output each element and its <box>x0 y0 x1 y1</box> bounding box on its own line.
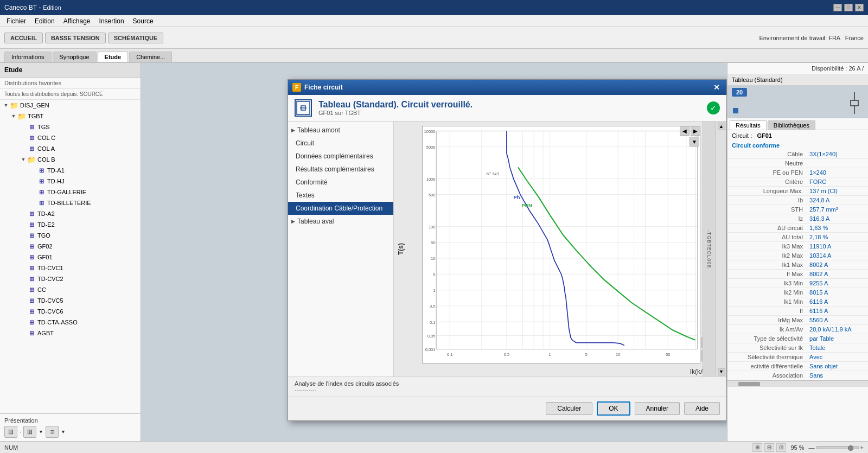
toolbar-accueil[interactable]: ACCUEIL <box>4 33 43 43</box>
modal-circuit-subtitle: GF01 sur TGBT <box>318 110 473 116</box>
result-label: Association <box>727 371 806 380</box>
svg-text:0,5: 0,5 <box>504 352 509 357</box>
nav-label-tableau-aval: Tableau aval <box>297 218 334 225</box>
tab-informations[interactable]: Informations <box>4 52 52 62</box>
menu-source[interactable]: Source <box>129 16 158 26</box>
nav-label-textes: Textes <box>296 192 315 199</box>
nav-circuit[interactable]: Circuit <box>288 137 393 150</box>
zoom-icon-3[interactable]: ⊡ <box>776 443 786 452</box>
minimize-button[interactable]: — <box>833 4 842 11</box>
right-tab-resultats[interactable]: Résultats <box>730 120 767 130</box>
tree-item-td-cvc6[interactable]: ⊞ TD-CVC6 <box>0 306 141 317</box>
toolbar-schematique[interactable]: SCHÉMATIQUE <box>108 33 163 43</box>
menu-insertion[interactable]: Insertion <box>95 16 129 26</box>
tree-expand-td-hj <box>29 178 37 184</box>
diagram-num: 20 <box>732 88 747 97</box>
toolbar-basse-tension[interactable]: BASSE TENSION <box>45 33 106 43</box>
nav-tableau-amont[interactable]: ▶ Tableau amont <box>288 124 393 137</box>
results-table: Câble3X(1×240)NeutrePE ou PEN1×240Critèr… <box>727 150 868 380</box>
ok-button[interactable]: OK <box>597 401 630 416</box>
nav-coordination[interactable]: Coordination Câble/Protection <box>288 202 393 215</box>
svg-text:50: 50 <box>666 352 670 357</box>
result-label: ectivité différentielle <box>727 362 806 371</box>
tree-item-td-gallerie[interactable]: ⊞ TD-GALLERIE <box>0 187 141 197</box>
breaker-icon-td-gallerie: ⊞ <box>37 188 46 196</box>
scroll-up-btn[interactable]: ▲ <box>718 123 725 130</box>
calculer-button[interactable]: Calculer <box>546 402 592 415</box>
tree-label-td-cvc1: TD-CVC1 <box>37 265 63 271</box>
presentation-icon-3[interactable]: ≡ <box>46 426 59 438</box>
tab-synoptique[interactable]: Synoptique <box>53 52 97 62</box>
chart-nav-right[interactable]: ▶ <box>691 126 700 136</box>
result-row: Ik1 Min6116 A <box>727 297 868 307</box>
result-row: Ik3 Min9255 A <box>727 279 868 288</box>
folder-icon-col-b: 📁 <box>27 155 36 164</box>
chart-nav-down[interactable]: ▼ <box>690 137 699 146</box>
breaker-icon-td-a1: ⊞ <box>37 166 46 175</box>
result-label: IrMg Max <box>727 316 806 325</box>
h-scrollbar[interactable] <box>727 380 868 387</box>
tree-expand-col-b: ▼ <box>20 157 27 162</box>
tree-item-td-a1[interactable]: ⊞ TD-A1 <box>0 165 141 176</box>
nav-tableau-aval[interactable]: ▶ Tableau aval <box>288 215 393 228</box>
presentation-icon-1[interactable]: ⊟ <box>4 426 17 438</box>
title-bar: Caneco BT - Edition — □ ✕ <box>0 0 868 15</box>
tree-item-tgbt[interactable]: ▼ 📁 TGBT <box>0 111 141 122</box>
close-button[interactable]: ✕ <box>855 4 864 11</box>
annuler-button[interactable]: Annuler <box>635 402 680 415</box>
tree-item-cc[interactable]: ⊞ CC <box>0 284 141 295</box>
main-area: F Fiche circuit ✕ <box>141 63 727 441</box>
tree-item-disj-gen[interactable]: ▼ 📁 DISJ_GEN <box>0 100 141 111</box>
nav-donnees-comp[interactable]: Données complémentaires <box>288 150 393 163</box>
tree-item-gf01[interactable]: ⊞ GF01 <box>0 252 141 263</box>
modal-footer-text-area: Analyse de l'index des circuits associés… <box>288 377 726 397</box>
tree-item-td-cvc2[interactable]: ⊞ TD-CVC2 <box>0 273 141 284</box>
tree-item-agbt[interactable]: ⊞ AGBT <box>0 328 141 339</box>
zoom-icon-1[interactable]: ⊞ <box>752 443 762 452</box>
nav-arrow-tableau-amont: ▶ <box>291 127 295 133</box>
nav-textes[interactable]: Textes <box>288 189 393 202</box>
tree-item-col-b[interactable]: ▼ 📁 COL B <box>0 154 141 165</box>
nav-conformite[interactable]: Conformité <box>288 176 393 189</box>
zoom-icon-2[interactable]: ⊟ <box>764 443 774 452</box>
tree-label-td-a1: TD-A1 <box>47 167 65 174</box>
menu-edition[interactable]: Edition <box>30 16 59 26</box>
zoom-track[interactable] <box>816 446 859 449</box>
app-title: Caneco BT - <box>4 4 41 11</box>
tab-cheminement[interactable]: Chemine... <box>129 52 172 62</box>
result-row: AssociationSans <box>727 371 868 380</box>
tree-item-td-billeterie[interactable]: ⊞ TD-BILLETERIE <box>0 197 141 208</box>
tree-item-col-a[interactable]: ⊞ COL A <box>0 143 141 154</box>
tab-etude[interactable]: Etude <box>98 52 129 62</box>
modal-close-button[interactable]: ✕ <box>711 82 722 93</box>
maximize-button[interactable]: □ <box>844 4 853 11</box>
tree-item-tgo[interactable]: ⊞ TGO <box>0 230 141 241</box>
menu-affichage[interactable]: Affichage <box>59 16 95 26</box>
pen-label: PEN <box>522 203 532 208</box>
presentation-icon-2[interactable]: ⊞ <box>23 426 36 438</box>
tree-item-tgs[interactable]: ⊞ TGS <box>0 122 141 132</box>
tree-item-td-cvc5[interactable]: ⊞ TD-CVC5 <box>0 295 141 306</box>
nav-resultats-comp[interactable]: Résultats complémentaires <box>288 163 393 176</box>
scroll-down-btn[interactable]: ▼ <box>718 368 725 375</box>
result-value: Avec <box>806 353 868 362</box>
tree-item-td-cta-asso[interactable]: ⊞ TD-CTA-ASSO <box>0 317 141 328</box>
result-value: Sans objet <box>806 362 868 371</box>
tree-item-gf02[interactable]: ⊞ GF02 <box>0 241 141 252</box>
tree-item-td-a2[interactable]: ⊞ TD-A2 <box>0 208 141 219</box>
result-value: 11910 A <box>806 242 868 251</box>
tree-item-td-cvc1[interactable]: ⊞ TD-CVC1 <box>0 263 141 273</box>
menu-fichier[interactable]: Fichier <box>2 16 30 26</box>
aide-button[interactable]: Aide <box>684 402 720 415</box>
tree-item-td-hj[interactable]: ⊞ TD-HJ <box>0 176 141 187</box>
result-value: FORC <box>806 177 868 187</box>
right-tab-bibliotheques[interactable]: Bibliothèques <box>768 120 815 130</box>
nav-label-tableau-amont: Tableau amont <box>297 126 340 134</box>
tree-item-td-e2[interactable]: ⊞ TD-E2 <box>0 219 141 230</box>
tree-label-gf02: GF02 <box>37 243 53 250</box>
tree-item-col-c[interactable]: ⊞ COL C <box>0 132 141 143</box>
results-scroll[interactable]: Câble3X(1×240)NeutrePE ou PEN1×240Critèr… <box>727 150 868 441</box>
zoom-minus[interactable]: — <box>809 444 815 451</box>
zoom-plus[interactable]: + <box>860 444 864 451</box>
chart-nav-left[interactable]: ◀ <box>680 126 690 136</box>
